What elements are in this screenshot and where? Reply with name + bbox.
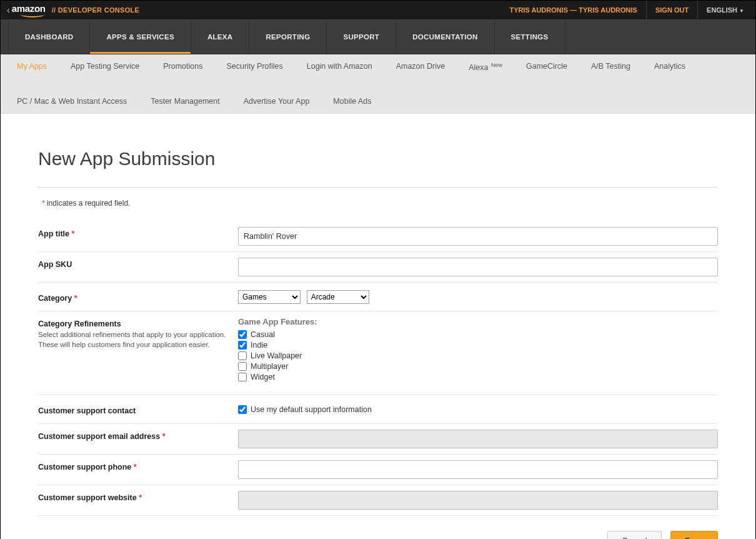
- label-support-contact: Customer support contact: [38, 404, 238, 415]
- sub-nav-pc-mac-web-instant-access[interactable]: PC / Mac & Web Instant Access: [17, 97, 127, 106]
- refinements-sub: Select additional refinements that apply…: [38, 330, 238, 350]
- default-support-checkbox-input[interactable]: [238, 405, 247, 414]
- divider: [38, 187, 718, 188]
- app-sku-input[interactable]: [238, 258, 718, 276]
- feature-live-wallpaper[interactable]: Live Wallpaper: [238, 351, 718, 360]
- feature-label: Live Wallpaper: [251, 351, 302, 360]
- caret-down-icon: ▼: [739, 8, 744, 14]
- row-support-email: Customer support email address *: [38, 424, 718, 455]
- sub-nav-app-testing-service[interactable]: App Testing Service: [71, 62, 139, 72]
- row-support-contact: Customer support contact Use my default …: [38, 395, 718, 424]
- back-chevron-icon[interactable]: ‹: [7, 5, 10, 15]
- support-email-input: [238, 430, 718, 448]
- main-nav-tab-documentation[interactable]: DOCUMENTATION: [396, 19, 494, 54]
- row-refinements: Category Refinements Select additional r…: [38, 311, 718, 395]
- feature-checkbox[interactable]: [238, 362, 247, 371]
- amazon-smile-icon: [12, 14, 46, 18]
- required-star: *: [139, 493, 142, 502]
- app-title-input[interactable]: [238, 227, 718, 246]
- row-support-website: Customer support website *: [38, 485, 718, 516]
- label-support-website: Customer support website *: [38, 491, 238, 502]
- sub-nav-security-profiles[interactable]: Security Profiles: [226, 62, 282, 72]
- support-phone-input[interactable]: [238, 460, 718, 479]
- top-right: TYRIS AUDRONIS — TYRIS AUDRONIS SIGN OUT…: [500, 1, 749, 19]
- sub-nav-alexa[interactable]: Alexa New: [469, 62, 502, 72]
- asterisk-icon: *: [42, 199, 45, 208]
- save-button[interactable]: Save: [670, 531, 718, 539]
- amazon-logo[interactable]: amazon: [12, 3, 46, 18]
- label-refinements: Category Refinements Select additional r…: [38, 317, 238, 350]
- feature-checkbox[interactable]: [238, 351, 247, 360]
- features-list: CasualIndieLive WallpaperMultiplayerWidg…: [238, 330, 718, 381]
- sub-nav-tester-management[interactable]: Tester Management: [151, 97, 219, 106]
- required-star: *: [134, 463, 137, 471]
- feature-multiplayer[interactable]: Multiplayer: [238, 362, 718, 371]
- feature-label: Widget: [251, 373, 275, 381]
- sub-nav-login-with-amazon[interactable]: Login with Amazon: [307, 62, 372, 72]
- button-row: Cancel Save: [38, 516, 718, 539]
- required-star: *: [74, 294, 77, 303]
- sub-nav-mobile-ads[interactable]: Mobile Ads: [333, 97, 371, 106]
- main-nav-tab-dashboard[interactable]: DASHBOARD: [8, 19, 90, 54]
- console-label: // DEVELOPER CONSOLE: [52, 6, 139, 14]
- feature-checkbox[interactable]: [238, 341, 247, 350]
- sub-nav-a-b-testing[interactable]: A/B Testing: [591, 62, 630, 72]
- feature-label: Indie: [251, 341, 267, 350]
- features-title: Game App Features:: [238, 317, 718, 326]
- feature-casual[interactable]: Casual: [238, 330, 718, 339]
- feature-checkbox[interactable]: [238, 373, 247, 381]
- language-selector[interactable]: ENGLISH ▼: [698, 6, 749, 14]
- user-name[interactable]: TYRIS AUDRONIS — TYRIS AUDRONIS: [500, 6, 646, 14]
- required-star: *: [71, 229, 74, 238]
- category-select-secondary[interactable]: Arcade: [307, 290, 369, 304]
- sub-nav-promotions[interactable]: Promotions: [163, 62, 202, 72]
- main-nav-tab-reporting[interactable]: REPORTING: [249, 19, 327, 54]
- required-note: * indicates a required field.: [42, 199, 718, 208]
- main-nav-tab-settings[interactable]: SETTINGS: [495, 19, 565, 54]
- sub-nav-advertise-your-app[interactable]: Advertise Your App: [244, 97, 310, 106]
- feature-widget[interactable]: Widget: [238, 373, 718, 381]
- top-bar: ‹ amazon // DEVELOPER CONSOLE TYRIS AUDR…: [1, 1, 755, 19]
- support-website-input: [238, 491, 718, 510]
- row-app-sku: App SKU: [38, 252, 718, 283]
- sub-nav-gamecircle[interactable]: GameCircle: [526, 62, 567, 72]
- main-nav-tab-support[interactable]: SUPPORT: [327, 19, 396, 54]
- row-category: Category * Games Arcade: [38, 283, 718, 311]
- feature-indie[interactable]: Indie: [238, 341, 718, 350]
- row-app-title: App title *: [38, 221, 718, 252]
- main-nav: DASHBOARDAPPS & SERVICESALEXAREPORTINGSU…: [1, 19, 755, 54]
- required-star: *: [162, 432, 166, 441]
- required-note-text: indicates a required field.: [47, 199, 130, 208]
- main-nav-tab-alexa[interactable]: ALEXA: [191, 19, 249, 54]
- cancel-button[interactable]: Cancel: [607, 531, 661, 539]
- sub-nav-analytics[interactable]: Analytics: [654, 62, 685, 72]
- category-select-primary[interactable]: Games: [238, 290, 301, 304]
- sub-nav-my-apps[interactable]: My Apps: [17, 62, 47, 72]
- label-app-sku: App SKU: [38, 258, 238, 269]
- default-support-label: Use my default support information: [251, 405, 372, 414]
- row-support-phone: Customer support phone *: [38, 455, 718, 485]
- feature-label: Multiplayer: [251, 362, 288, 371]
- feature-checkbox[interactable]: [238, 330, 247, 339]
- language-label: ENGLISH: [707, 6, 737, 14]
- sign-out-link[interactable]: SIGN OUT: [647, 6, 697, 14]
- sub-nav: My AppsApp Testing ServicePromotionsSecu…: [1, 54, 755, 114]
- label-support-phone: Customer support phone *: [38, 460, 238, 471]
- page-title: New App Submission: [38, 148, 718, 169]
- label-app-title: App title *: [38, 227, 238, 238]
- feature-label: Casual: [251, 330, 275, 339]
- main-nav-tab-apps-services[interactable]: APPS & SERVICES: [90, 19, 191, 54]
- label-support-email: Customer support email address *: [38, 430, 238, 441]
- content: New App Submission * indicates a require…: [1, 114, 755, 539]
- label-category: Category *: [38, 291, 238, 303]
- default-support-checkbox[interactable]: Use my default support information: [238, 405, 718, 414]
- sub-nav-amazon-drive[interactable]: Amazon Drive: [396, 62, 445, 72]
